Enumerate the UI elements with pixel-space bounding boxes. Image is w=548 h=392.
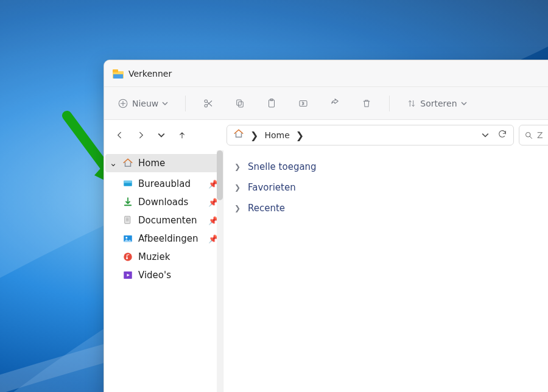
sidebar-item-documents[interactable]: Documenten 📌 — [104, 211, 223, 229]
clipboard-icon — [266, 98, 277, 109]
sort-button[interactable]: Sorteren — [403, 96, 470, 111]
address-bar[interactable]: ❯ Home ❯ — [227, 125, 514, 145]
breadcrumb-separator: ❯ — [296, 130, 304, 141]
sidebar-item-music[interactable]: Muziek — [104, 248, 223, 266]
refresh-icon — [497, 129, 507, 139]
sidebar-item-desktop[interactable]: Bureaublad 📌 — [104, 175, 223, 193]
sidebar-item-label: Video's — [138, 270, 171, 281]
arrow-left-icon — [115, 130, 125, 140]
nav-row: ❯ Home ❯ Z — [104, 120, 548, 150]
window-title: Verkenner — [128, 69, 172, 79]
new-label: Nieuw — [132, 99, 158, 108]
group-favorites[interactable]: ❯ Favorieten — [234, 177, 548, 198]
svg-rect-10 — [124, 181, 132, 183]
sidebar-item-label: Afbeeldingen — [138, 233, 198, 244]
rename-button[interactable] — [294, 96, 312, 111]
explorer-app-icon — [113, 69, 124, 79]
download-icon — [122, 197, 133, 208]
svg-rect-4 — [239, 102, 244, 107]
forward-button[interactable] — [135, 129, 147, 141]
group-label: Snelle toegang — [248, 161, 317, 172]
copy-button[interactable] — [231, 96, 249, 111]
breadcrumb-home[interactable]: Home — [264, 130, 289, 140]
back-button[interactable] — [114, 129, 126, 141]
plus-circle-icon — [118, 98, 128, 109]
pictures-icon — [122, 233, 133, 244]
group-label: Favorieten — [248, 182, 296, 193]
group-recent[interactable]: ❯ Recente — [234, 198, 548, 219]
address-history-button[interactable] — [482, 130, 489, 141]
svg-rect-11 — [125, 216, 130, 223]
documents-icon — [122, 215, 133, 226]
music-icon — [122, 251, 133, 262]
toolbar: Nieuw Sorteren — [104, 87, 548, 120]
group-quick-access[interactable]: ❯ Snelle toegang — [234, 156, 548, 177]
search-icon — [524, 131, 533, 140]
sidebar-item-label: Downloads — [138, 197, 188, 208]
toolbar-divider — [389, 96, 390, 111]
svg-point-15 — [126, 257, 128, 259]
sort-label: Sorteren — [420, 99, 457, 108]
sidebar-item-downloads[interactable]: Downloads 📌 — [104, 193, 223, 211]
rename-icon — [298, 98, 309, 109]
sidebar-item-videos[interactable]: Video's — [104, 266, 223, 284]
search-box[interactable]: Z — [519, 125, 548, 145]
svg-point-2 — [205, 100, 208, 103]
share-button[interactable] — [326, 96, 344, 111]
home-icon — [122, 158, 133, 169]
sort-icon — [407, 99, 416, 108]
sidebar-item-pictures[interactable]: Afbeeldingen 📌 — [104, 229, 223, 248]
sidebar-item-label: Bureaublad — [138, 178, 191, 189]
breadcrumb-separator: ❯ — [250, 130, 258, 141]
delete-button[interactable] — [357, 96, 376, 111]
chevron-right-icon: ❯ — [234, 204, 241, 212]
chevron-down-icon[interactable]: ⌄ — [109, 158, 118, 169]
sidebar-item-label: Documenten — [138, 215, 197, 226]
up-button[interactable] — [176, 129, 188, 141]
share-icon — [329, 98, 340, 109]
home-icon — [233, 128, 244, 142]
search-placeholder: Z — [537, 130, 543, 140]
chevron-right-icon: ❯ — [234, 163, 241, 171]
svg-rect-7 — [300, 100, 307, 106]
explorer-window: Verkenner Nieuw Sorteren — [104, 60, 548, 392]
chevron-right-icon: ❯ — [234, 183, 241, 192]
chevron-down-icon — [461, 100, 467, 107]
toolbar-divider — [185, 96, 186, 111]
sidebar: ⌄ Home Bureaublad 📌 Downloads 📌 — [104, 150, 223, 392]
desktop-icon — [122, 178, 133, 189]
arrow-right-icon — [136, 130, 146, 140]
recent-locations-button[interactable] — [155, 129, 167, 141]
refresh-button[interactable] — [497, 129, 507, 141]
trash-icon — [361, 98, 372, 109]
sidebar-item-label: Muziek — [138, 251, 170, 262]
new-button[interactable]: Nieuw — [114, 96, 172, 111]
svg-rect-3 — [237, 100, 242, 105]
sidebar-scrollbar[interactable] — [217, 150, 223, 392]
cut-button[interactable] — [199, 96, 217, 111]
arrow-up-icon — [177, 130, 187, 140]
svg-point-14 — [124, 253, 132, 261]
sidebar-item-home[interactable]: ⌄ Home — [105, 154, 219, 172]
sidebar-home-label: Home — [138, 158, 165, 169]
scissors-icon — [203, 98, 214, 109]
chevron-down-icon — [158, 131, 165, 139]
svg-point-13 — [125, 237, 127, 239]
svg-point-1 — [205, 104, 208, 107]
chevron-down-icon — [162, 100, 168, 107]
videos-icon — [122, 270, 133, 281]
group-label: Recente — [248, 203, 285, 214]
titlebar[interactable]: Verkenner — [104, 60, 548, 87]
paste-button[interactable] — [262, 96, 281, 111]
svg-point-8 — [526, 132, 531, 137]
content-pane: ❯ Snelle toegang ❯ Favorieten ❯ Recente — [223, 150, 548, 392]
chevron-down-icon — [482, 131, 489, 139]
copy-icon — [234, 98, 245, 109]
